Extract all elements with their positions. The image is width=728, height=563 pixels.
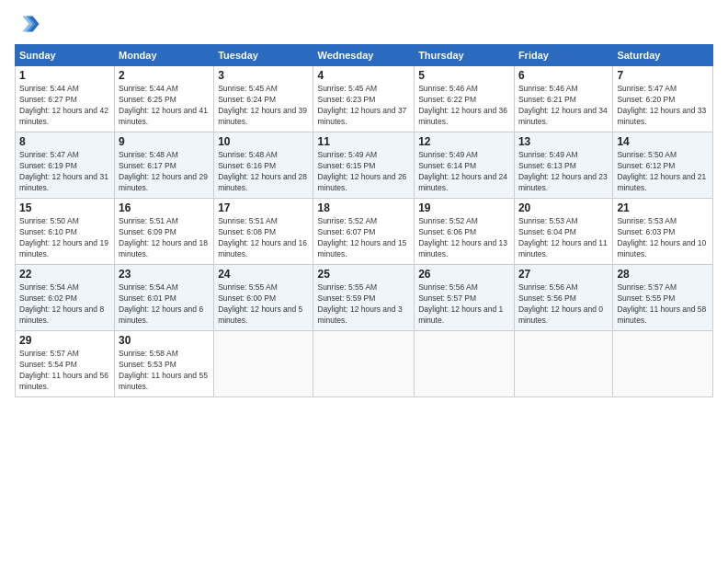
day-cell [613, 331, 713, 397]
day-cell: 18Sunrise: 5:52 AMSunset: 6:07 PMDayligh… [313, 199, 415, 265]
day-cell: 12Sunrise: 5:49 AMSunset: 6:14 PMDayligh… [415, 132, 515, 199]
day-number: 22 [19, 268, 110, 281]
day-number: 7 [617, 69, 709, 82]
day-detail: Sunrise: 5:46 AMSunset: 6:21 PMDaylight:… [518, 84, 609, 128]
day-cell: 11Sunrise: 5:49 AMSunset: 6:15 PMDayligh… [313, 132, 415, 199]
day-number: 19 [418, 201, 510, 214]
day-cell: 16Sunrise: 5:51 AMSunset: 6:09 PMDayligh… [115, 199, 214, 265]
day-detail: Sunrise: 5:45 AMSunset: 6:23 PMDaylight:… [317, 84, 410, 128]
day-number: 13 [518, 135, 609, 148]
week-row-2: 15Sunrise: 5:50 AMSunset: 6:10 PMDayligh… [16, 199, 713, 265]
day-detail: Sunrise: 5:50 AMSunset: 6:12 PMDaylight:… [617, 150, 709, 194]
day-detail: Sunrise: 5:46 AMSunset: 6:22 PMDaylight:… [418, 84, 510, 128]
col-header-thursday: Thursday [415, 45, 515, 66]
col-header-sunday: Sunday [16, 45, 115, 66]
day-cell: 1Sunrise: 5:44 AMSunset: 6:27 PMDaylight… [16, 66, 115, 132]
day-detail: Sunrise: 5:44 AMSunset: 6:27 PMDaylight:… [19, 84, 110, 128]
week-row-3: 22Sunrise: 5:54 AMSunset: 6:02 PMDayligh… [16, 265, 713, 331]
day-cell: 26Sunrise: 5:56 AMSunset: 5:57 PMDayligh… [415, 265, 515, 331]
header-row: SundayMondayTuesdayWednesdayThursdayFrid… [16, 45, 713, 66]
day-detail: Sunrise: 5:49 AMSunset: 6:14 PMDaylight:… [418, 150, 510, 194]
day-cell: 14Sunrise: 5:50 AMSunset: 6:12 PMDayligh… [613, 132, 713, 199]
day-number: 18 [317, 201, 410, 214]
day-detail: Sunrise: 5:55 AMSunset: 5:59 PMDaylight:… [317, 282, 410, 327]
day-detail: Sunrise: 5:57 AMSunset: 5:54 PMDaylight:… [19, 349, 110, 393]
day-cell [214, 331, 313, 397]
day-cell: 7Sunrise: 5:47 AMSunset: 6:20 PMDaylight… [613, 66, 713, 132]
day-number: 30 [119, 334, 210, 347]
day-detail: Sunrise: 5:45 AMSunset: 6:24 PMDaylight:… [218, 84, 309, 128]
col-header-friday: Friday [514, 45, 612, 66]
calendar-page: SundayMondayTuesdayWednesdayThursdayFrid… [0, 0, 728, 563]
day-cell [415, 331, 515, 397]
day-detail: Sunrise: 5:49 AMSunset: 6:15 PMDaylight:… [317, 150, 410, 194]
col-header-saturday: Saturday [613, 45, 713, 66]
day-number: 28 [617, 268, 709, 281]
day-cell: 22Sunrise: 5:54 AMSunset: 6:02 PMDayligh… [16, 265, 115, 331]
day-cell: 13Sunrise: 5:49 AMSunset: 6:13 PMDayligh… [514, 132, 612, 199]
day-number: 29 [19, 334, 110, 347]
day-detail: Sunrise: 5:52 AMSunset: 6:07 PMDaylight:… [317, 216, 410, 260]
day-number: 1 [19, 69, 110, 82]
day-detail: Sunrise: 5:53 AMSunset: 6:04 PMDaylight:… [518, 216, 609, 260]
day-detail: Sunrise: 5:47 AMSunset: 6:19 PMDaylight:… [19, 150, 110, 194]
day-cell: 20Sunrise: 5:53 AMSunset: 6:04 PMDayligh… [514, 199, 612, 265]
day-number: 25 [317, 268, 410, 281]
day-cell: 27Sunrise: 5:56 AMSunset: 5:56 PMDayligh… [514, 265, 612, 331]
day-detail: Sunrise: 5:54 AMSunset: 6:02 PMDaylight:… [19, 282, 110, 327]
day-cell: 10Sunrise: 5:48 AMSunset: 6:16 PMDayligh… [214, 132, 313, 199]
day-detail: Sunrise: 5:52 AMSunset: 6:06 PMDaylight:… [418, 216, 510, 260]
day-number: 21 [617, 201, 709, 214]
day-number: 5 [418, 69, 510, 82]
logo-icon [15, 11, 40, 37]
day-number: 26 [418, 268, 510, 281]
day-number: 20 [518, 201, 609, 214]
day-detail: Sunrise: 5:58 AMSunset: 5:53 PMDaylight:… [119, 349, 210, 393]
day-detail: Sunrise: 5:48 AMSunset: 6:16 PMDaylight:… [218, 150, 309, 194]
day-detail: Sunrise: 5:51 AMSunset: 6:08 PMDaylight:… [218, 216, 309, 260]
day-number: 2 [119, 69, 210, 82]
day-detail: Sunrise: 5:51 AMSunset: 6:09 PMDaylight:… [119, 216, 210, 260]
day-cell: 19Sunrise: 5:52 AMSunset: 6:06 PMDayligh… [415, 199, 515, 265]
day-cell: 5Sunrise: 5:46 AMSunset: 6:22 PMDaylight… [415, 66, 515, 132]
week-row-0: 1Sunrise: 5:44 AMSunset: 6:27 PMDaylight… [16, 66, 713, 132]
day-number: 10 [218, 135, 309, 148]
day-cell: 24Sunrise: 5:55 AMSunset: 6:00 PMDayligh… [214, 265, 313, 331]
day-number: 23 [119, 268, 210, 281]
day-cell: 3Sunrise: 5:45 AMSunset: 6:24 PMDaylight… [214, 66, 313, 132]
day-number: 9 [119, 135, 210, 148]
day-number: 4 [317, 69, 410, 82]
day-number: 11 [317, 135, 410, 148]
day-detail: Sunrise: 5:57 AMSunset: 5:55 PMDaylight:… [617, 282, 709, 327]
day-cell: 29Sunrise: 5:57 AMSunset: 5:54 PMDayligh… [16, 331, 115, 397]
day-detail: Sunrise: 5:54 AMSunset: 6:01 PMDaylight:… [119, 282, 210, 327]
day-number: 6 [518, 69, 609, 82]
header [15, 11, 713, 37]
day-cell: 25Sunrise: 5:55 AMSunset: 5:59 PMDayligh… [313, 265, 415, 331]
day-cell: 23Sunrise: 5:54 AMSunset: 6:01 PMDayligh… [115, 265, 214, 331]
col-header-tuesday: Tuesday [214, 45, 313, 66]
day-detail: Sunrise: 5:47 AMSunset: 6:20 PMDaylight:… [617, 84, 709, 128]
day-cell: 6Sunrise: 5:46 AMSunset: 6:21 PMDaylight… [514, 66, 612, 132]
day-detail: Sunrise: 5:49 AMSunset: 6:13 PMDaylight:… [518, 150, 609, 194]
day-detail: Sunrise: 5:56 AMSunset: 5:56 PMDaylight:… [518, 282, 609, 327]
day-number: 17 [218, 201, 309, 214]
day-cell: 15Sunrise: 5:50 AMSunset: 6:10 PMDayligh… [16, 199, 115, 265]
day-detail: Sunrise: 5:56 AMSunset: 5:57 PMDaylight:… [418, 282, 510, 327]
day-cell [313, 331, 415, 397]
week-row-4: 29Sunrise: 5:57 AMSunset: 5:54 PMDayligh… [16, 331, 713, 397]
day-detail: Sunrise: 5:55 AMSunset: 6:00 PMDaylight:… [218, 282, 309, 327]
day-cell: 8Sunrise: 5:47 AMSunset: 6:19 PMDaylight… [16, 132, 115, 199]
day-number: 14 [617, 135, 709, 148]
day-number: 24 [218, 268, 309, 281]
day-number: 3 [218, 69, 309, 82]
day-cell: 30Sunrise: 5:58 AMSunset: 5:53 PMDayligh… [115, 331, 214, 397]
day-detail: Sunrise: 5:44 AMSunset: 6:25 PMDaylight:… [119, 84, 210, 128]
day-cell: 21Sunrise: 5:53 AMSunset: 6:03 PMDayligh… [613, 199, 713, 265]
day-detail: Sunrise: 5:50 AMSunset: 6:10 PMDaylight:… [19, 216, 110, 260]
day-detail: Sunrise: 5:48 AMSunset: 6:17 PMDaylight:… [119, 150, 210, 194]
day-cell: 2Sunrise: 5:44 AMSunset: 6:25 PMDaylight… [115, 66, 214, 132]
day-detail: Sunrise: 5:53 AMSunset: 6:03 PMDaylight:… [617, 216, 709, 260]
day-cell: 28Sunrise: 5:57 AMSunset: 5:55 PMDayligh… [613, 265, 713, 331]
col-header-wednesday: Wednesday [313, 45, 415, 66]
